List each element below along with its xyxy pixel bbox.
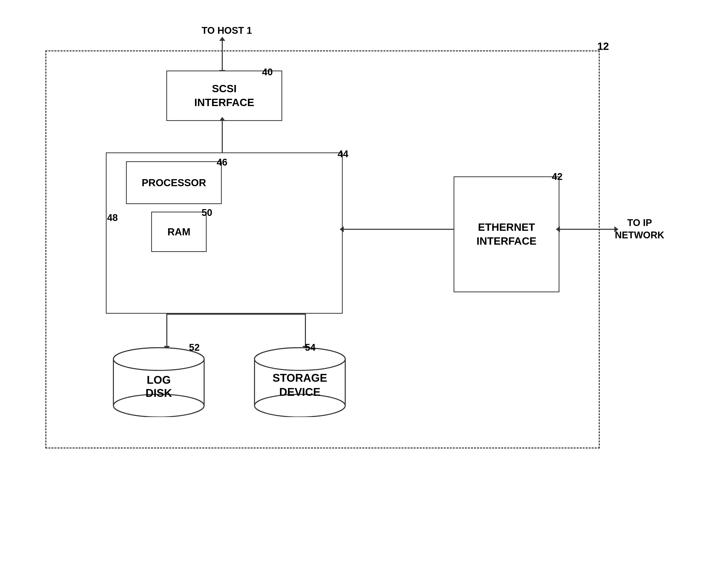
scsi-interface-text: SCSI INTERFACE xyxy=(194,82,254,109)
svg-point-13 xyxy=(255,348,345,370)
log-disk-cylinder: LOG DISK xyxy=(111,346,207,418)
arrow-main-ethernet xyxy=(343,229,454,230)
label-50: 50 xyxy=(202,207,212,218)
label-40: 40 xyxy=(262,67,272,78)
h-connector-storage xyxy=(222,314,305,315)
arrow-scsi-main xyxy=(222,121,223,153)
h-connector-bottom xyxy=(166,314,224,315)
label-48: 48 xyxy=(107,212,118,223)
svg-text:STORAGE: STORAGE xyxy=(272,372,327,384)
ethernet-interface-text: ETHERNET INTERFACE xyxy=(476,220,537,248)
label-44: 44 xyxy=(338,149,348,159)
ethernet-interface-box: ETHERNET INTERFACE xyxy=(453,176,560,292)
label-12: 12 xyxy=(597,40,609,52)
svg-text:DISK: DISK xyxy=(146,387,172,399)
svg-text:DEVICE: DEVICE xyxy=(279,386,320,398)
svg-text:LOG: LOG xyxy=(147,374,171,386)
to-host-label: TO HOST 1 xyxy=(202,25,252,36)
storage-device-cylinder: STORAGE DEVICE xyxy=(252,346,348,418)
label-54: 54 xyxy=(305,342,315,353)
label-46: 46 xyxy=(217,157,227,168)
processor-text: PROCESSOR xyxy=(141,177,206,188)
arrow-ethernet-ip xyxy=(560,229,615,230)
ram-box: RAM xyxy=(151,212,207,252)
to-ip-network-label: TO IP NETWORK xyxy=(615,217,664,242)
v-arrow-log xyxy=(166,314,167,346)
processor-box: PROCESSOR xyxy=(126,161,222,204)
label-42: 42 xyxy=(552,171,563,182)
scsi-interface-box: SCSI INTERFACE xyxy=(166,71,282,121)
label-52: 52 xyxy=(189,342,200,353)
ram-text: RAM xyxy=(167,226,190,238)
diagram-container: TO HOST 1 12 SCSI INTERFACE 40 44 PROCES… xyxy=(30,20,673,474)
v-arrow-storage xyxy=(305,314,306,346)
